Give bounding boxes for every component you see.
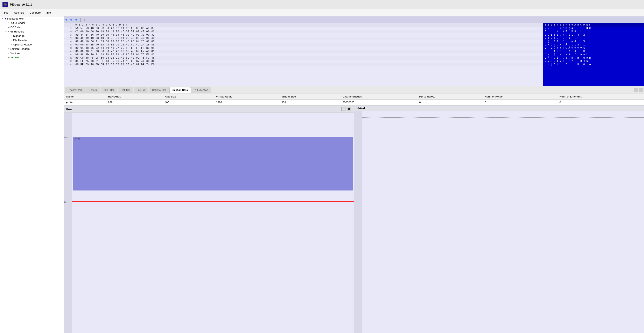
menu-info[interactable]: Info xyxy=(44,10,53,15)
sidebar-item-sections[interactable]: ▼ • Sections xyxy=(0,51,64,55)
title-bar: 🐻 PE-bear v0.5.1.1 xyxy=(0,0,644,9)
dot-icon-file-header: • xyxy=(11,39,12,42)
menu-settings[interactable]: Settings xyxy=(12,10,26,15)
hex-ascii-text: . H . @ . H . Ã . L L $ ( I xyxy=(545,43,585,46)
raw-panel-maximize-btn[interactable]: ⬜ xyxy=(341,107,346,111)
hex-row-bytes: 00 49 89 40 08 48 B8 2E 00 44 00 4C 00 4… xyxy=(75,37,154,40)
sidebar-item-text-section[interactable]: ▶ ■ .text xyxy=(0,55,64,60)
tab-actions: + ⋯ xyxy=(634,88,643,92)
hex-row: 45:89 C0 48 FF CF 66 83 38 00 48 8D 40 0… xyxy=(64,56,543,60)
raw-map-ruler: 200 22 xyxy=(64,113,72,333)
hex-row-addr: 47: xyxy=(66,63,74,66)
hex-row: 46:85 FF 75 1C 31 FF 48 85 C9 74 1E 0F B… xyxy=(64,60,543,63)
hex-row-addr: 41: xyxy=(66,44,74,46)
hex-row-addr: 2I: xyxy=(66,30,74,33)
sidebar-item-optional-header[interactable]: ▶ • Optional Header xyxy=(0,42,64,47)
hex-row: 43:00 00 00 31 DB 66 83 7C 42 02 00 48 8… xyxy=(64,50,543,53)
hex-row-bytes: 00 00 00 31 DB 66 83 7C 42 02 00 48 89 F… xyxy=(75,50,154,53)
sidebar-label-dos-header: DOS Header xyxy=(10,21,25,24)
sidebar-item-nt-headers[interactable]: ▼ • NT Headers xyxy=(0,29,64,34)
hex-ascii-row: . H ÿ É H . . f ; . : H . ß t æ xyxy=(543,63,644,66)
toolbar-dot-2 xyxy=(70,19,72,20)
hex-ascii-text: . I . @ . H . . D L . L . I xyxy=(545,37,585,40)
raw-panel-close-btn[interactable]: ✕ xyxy=(347,107,351,111)
menu-file[interactable]: File xyxy=(2,10,11,15)
hex-ascii-text: . D $ 6 I . H . E L . 3 . 2 xyxy=(545,33,585,36)
hex-row: 2I:C2 00 00 00 00 48 B8 4B 00 45 00 52 0… xyxy=(64,30,543,33)
expand-icon-text: ▶ xyxy=(8,56,11,59)
cell-characteristics: 60000020 xyxy=(340,100,417,105)
raw-panel-title: Raw xyxy=(66,108,72,111)
hex-left-panel: 0 1 2 3 4 5 6 7 8 9 A B C D E F 2C:56 57… xyxy=(64,16,543,86)
hex-ascii-text: Ã . . . H . K E . R N . L xyxy=(545,30,582,33)
tab-dos-hdr[interactable]: DOS Hdr xyxy=(101,87,117,93)
sidebar-item-signature[interactable]: ▶ • Signature xyxy=(0,34,64,38)
col-raw-size: Raw size xyxy=(162,94,214,100)
sidebar-label-shellcode: shellcode.exe xyxy=(7,17,24,20)
row-expand-icon: ▶ xyxy=(66,101,68,104)
hex-ascii-row: . À H ÿ Ï f . 8 . H . @ . u ó H xyxy=(543,56,644,60)
hex-row-addr: 42: xyxy=(66,47,74,49)
hex-ascii-row: . @ . f A . ' . . e H . . % . xyxy=(543,40,644,43)
ruler-mark-22: 22 xyxy=(64,201,66,203)
tab-section-hdrs[interactable]: Section Hdrs xyxy=(170,87,191,93)
dot-icon-dos-stub: ■ xyxy=(8,26,10,29)
hex-ascii-rows-container: V W S H . i P H Ç Ã . . . . H ÇÃ . . . H… xyxy=(543,27,644,66)
hex-ascii-row: V W S H . i P H Ç Ã . . . . H Ç xyxy=(543,27,644,30)
col-characteristics: Characteristics xyxy=(340,94,417,100)
hex-row-bytes: 00 00 48 8B 40 18 48 83 C0 10 4C 8D 4C 2… xyxy=(75,43,154,46)
cell-num-of-reloc: 0 xyxy=(482,100,557,105)
hex-ascii-text: . H ÿ É H . . f ; . : H . ß t æ xyxy=(545,63,591,66)
tab-more-button[interactable]: ⋯ xyxy=(639,88,643,92)
col-virtual-addr: Virtual Addr. xyxy=(214,94,279,100)
hex-ascii-row: . H . @ . H . Ã . L L $ ( I xyxy=(543,43,644,46)
expand-icon-nt-headers: ▼ xyxy=(5,30,8,33)
sidebar-label-sections: Sections xyxy=(10,52,20,55)
sidebar-item-dos-stub[interactable]: ▶ ■ DOS stub xyxy=(0,25,64,29)
tab-rich-hdr[interactable]: Rich Hdr xyxy=(118,87,134,93)
sidebar-item-file-header[interactable]: ▶ • File Header xyxy=(0,38,64,42)
tab-add-button[interactable]: + xyxy=(634,88,638,92)
hex-ascii-text: V W S H . i P H Ç Ã . . . . H Ç xyxy=(545,27,591,30)
tab-exception[interactable]: 🗒 Exception xyxy=(191,87,211,93)
cell-virtual-size: 308 xyxy=(279,100,340,105)
col-virtual-size: Virtual Size xyxy=(279,94,340,100)
raw-map-container: 200 22 .text xyxy=(64,113,354,333)
hex-row-addr: 2K: xyxy=(66,37,74,39)
sidebar-label-nt-headers: NT Headers xyxy=(10,30,24,33)
dot-icon-sections: • xyxy=(8,52,9,55)
sidebar-item-dos-header[interactable]: ▶ • DOS Header xyxy=(0,21,64,25)
cell-ptr-to-reloc: 0 xyxy=(417,100,482,105)
table-row[interactable]: ▶ .text 200 400 1000 308 60000020 0 xyxy=(64,100,644,105)
tab-optional-hdr[interactable]: Optional Hdr xyxy=(149,87,169,93)
raw-panel-body: 200 22 .text xyxy=(64,113,354,333)
hex-row: 44:D9 48 8D 40 01 48 8D 76 01 48 8D 5B 0… xyxy=(64,53,543,56)
dot-icon-signature: • xyxy=(11,34,12,37)
toolbar-dot-4 xyxy=(84,19,86,20)
hex-row: 41:00 00 48 8B 40 18 48 83 C0 10 4C 8D 4… xyxy=(64,43,543,46)
dot-icon-optional-header: • xyxy=(11,43,12,46)
virtual-panel-header: Virtual xyxy=(354,105,644,111)
hex-row-bytes: 89 01 48 85 D2 74 59 48 C7 C0 FF FF FF F… xyxy=(75,47,154,49)
hex-ascii-row: . . . 1 Û f . | B . H . ÷ H . xyxy=(543,50,644,53)
hex-row: 47:48 FF C9 48 8D 5F 02 66 3B 04 3A 48 8… xyxy=(64,63,543,66)
hex-view-area: 0 1 2 3 4 5 6 7 8 9 A B C D E F 2C:56 57… xyxy=(64,16,644,86)
tab-file-hdr[interactable]: File Hdr xyxy=(134,87,148,93)
raw-red-line xyxy=(72,201,354,202)
tab-general[interactable]: General xyxy=(86,87,100,93)
exception-icon: 🗒 xyxy=(194,89,196,91)
hex-ascii-text: Ù H . @ . H . v H . [ . u æ L xyxy=(545,53,588,56)
col-name: Name xyxy=(64,94,106,100)
hex-ascii-row: . I . @ . H . . D L . L . I xyxy=(543,37,644,40)
cell-raw-addr: 200 xyxy=(106,100,162,105)
hex-ascii-row: . D $ 6 I . H . E L . 3 . 2 xyxy=(543,33,644,37)
menu-compare[interactable]: Compare xyxy=(27,10,43,15)
tab-disasm-text[interactable]: Disasm: .text xyxy=(65,87,85,93)
virtual-map-container xyxy=(354,111,644,333)
virtual-panel-title: Virtual xyxy=(356,107,365,110)
sidebar-item-section-headers[interactable]: ▶ • Section Headers xyxy=(0,47,64,51)
toolbar-dot-1 xyxy=(66,19,67,20)
expand-icon-shellcode: ▼ xyxy=(2,17,4,20)
sidebar-item-shellcode[interactable]: ▼ ■ shellcode.exe xyxy=(0,16,64,21)
hex-toolbar xyxy=(64,16,644,23)
